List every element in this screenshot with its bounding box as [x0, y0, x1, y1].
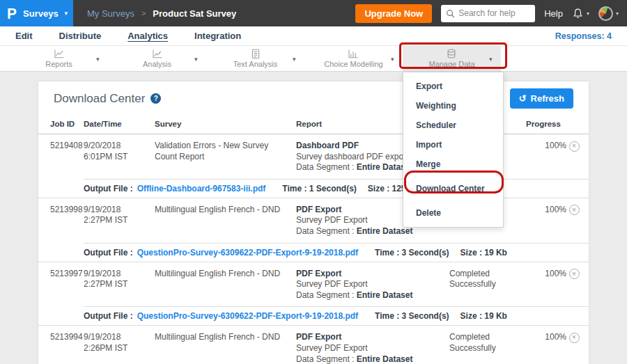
job-id: 5213994 — [50, 332, 84, 364]
job-status: Completed Successfully — [449, 269, 526, 301]
refresh-icon: ↺ — [519, 93, 527, 104]
survey-nav: Edit Distribute Analytics Integration Re… — [0, 26, 627, 45]
table-row: 5213994 9/19/2018 2:26PM IST Multilingua… — [38, 326, 589, 364]
tab-integration[interactable]: Integration — [194, 31, 241, 41]
cancel-job-icon[interactable]: × — [569, 333, 580, 343]
app-window: P Surveys ▾ My Surveys > Product Sat Sur… — [0, 0, 627, 364]
job-time: Time : 3 Second(s) — [375, 311, 449, 321]
text-analysis-button[interactable]: Text Analysis ▾ — [206, 46, 304, 71]
choice-modelling-button[interactable]: Choice Modelling ▾ — [304, 46, 403, 71]
job-date: 9/20/2018 6:01PM IST — [84, 141, 155, 173]
analysis-button[interactable]: Analysis ▾ — [108, 46, 206, 71]
output-file-link[interactable]: QuestionPro-Survey-6309622-PDF-Export-9-… — [137, 248, 358, 258]
bell-icon — [572, 8, 584, 19]
search-icon — [446, 9, 455, 18]
questionpro-logo: P — [7, 6, 17, 21]
surveys-menu-button[interactable]: P Surveys ▾ — [0, 0, 73, 26]
tab-analytics[interactable]: Analytics — [127, 31, 168, 41]
job-id: 5213997 — [50, 269, 84, 301]
table-header: Job ID Date/Time Survey Report Progress — [38, 116, 589, 134]
col-header-job-id: Job ID — [50, 120, 84, 128]
breadcrumb-separator: > — [141, 9, 146, 17]
breadcrumb: My Surveys > Product Sat Survey — [87, 8, 236, 19]
table-row: 5213998 9/19/2018 2:27PM IST Multilingua… — [38, 198, 589, 262]
database-icon — [446, 49, 457, 59]
menu-item-scheduler[interactable]: Scheduler — [403, 116, 503, 135]
breadcrumb-my-surveys[interactable]: My Surveys — [87, 8, 134, 19]
surveys-menu-label: Surveys — [23, 8, 59, 19]
chevron-down-icon[interactable]: ▾ — [194, 56, 198, 63]
output-file-label: Output File : — [84, 248, 133, 258]
chevron-down-icon[interactable]: ▾ — [391, 56, 394, 63]
top-header: P Surveys ▾ My Surveys > Product Sat Sur… — [0, 0, 627, 26]
output-file-row: Output File : QuestionPro-Survey-6309622… — [84, 306, 589, 325]
col-header-survey: Survey — [155, 120, 296, 128]
output-file-link[interactable]: Offline-Dashboard-967583-iii.pdf — [137, 184, 266, 193]
tab-distribute[interactable]: Distribute — [59, 31, 102, 41]
analytics-toolbar: Reports ▾ Analysis ▾ Text Analysis ▾ — [0, 45, 627, 72]
responses-count: Responses: 4 — [555, 31, 612, 41]
cancel-job-icon[interactable]: × — [569, 141, 580, 152]
menu-item-export[interactable]: Export — [403, 77, 503, 96]
search-input[interactable] — [458, 8, 530, 18]
job-date: 9/19/2018 2:27PM IST — [84, 205, 155, 237]
menu-item-download-center[interactable]: Download Center — [403, 179, 503, 198]
bar-chart-icon — [348, 49, 359, 59]
job-progress: 100% — [526, 269, 566, 301]
chevron-down-icon: ▾ — [616, 10, 619, 17]
col-header-progress: Progress — [526, 120, 566, 128]
line-chart-icon — [54, 49, 65, 59]
job-progress: 100% — [526, 141, 566, 173]
table-row: 5213997 9/19/2018 2:27PM IST Multilingua… — [38, 262, 589, 326]
scatter-chart-icon — [152, 49, 163, 59]
job-status: Completed Successfully — [449, 332, 526, 364]
avatar — [598, 6, 613, 21]
chevron-down-icon[interactable]: ▾ — [489, 56, 493, 63]
job-date: 9/19/2018 2:27PM IST — [84, 269, 155, 301]
job-survey: Multilingual English French - DND — [155, 269, 296, 301]
refresh-button[interactable]: ↺ Refresh — [510, 88, 573, 109]
job-report: PDF Export Survey PDF Export Data Segmen… — [296, 332, 449, 364]
chevron-down-icon[interactable]: ▾ — [96, 56, 100, 63]
help-search[interactable] — [441, 5, 535, 22]
job-survey: Validation Errors - New Survey Count Rep… — [155, 141, 296, 173]
job-survey: Multilingual English French - DND — [155, 332, 296, 364]
job-progress: 100% — [526, 332, 566, 364]
tab-edit[interactable]: Edit — [15, 31, 33, 41]
output-file-row: Output File : Offline-Dashboard-967583-i… — [84, 179, 589, 198]
job-date: 9/19/2018 2:26PM IST — [84, 332, 155, 364]
chevron-down-icon: ▾ — [65, 10, 68, 17]
menu-item-delete[interactable]: Delete — [403, 203, 503, 223]
menu-item-merge[interactable]: Merge — [403, 155, 503, 174]
job-size: Size : 19 Kb — [460, 311, 507, 321]
upgrade-now-button[interactable]: Upgrade Now — [355, 4, 432, 23]
page-title: Download Center — [54, 92, 145, 106]
job-time: Time : 1 Second(s) — [282, 184, 356, 193]
notifications-button[interactable]: ▾ — [572, 8, 589, 19]
breadcrumb-current-survey: Product Sat Survey — [153, 8, 236, 19]
job-progress: 100% — [526, 205, 566, 237]
help-link[interactable]: Help — [544, 8, 563, 19]
download-center-panel: Download Center ? ↺ Refresh Job ID Date/… — [38, 81, 589, 364]
content-area: Download Center ? ↺ Refresh Job ID Date/… — [0, 72, 627, 364]
job-size: Size : 19 Kb — [460, 248, 507, 258]
table-row: 5219408 9/20/2018 6:01PM IST Validation … — [38, 134, 589, 198]
job-survey: Multilingual English French - DND — [155, 205, 296, 237]
chevron-down-icon[interactable]: ▾ — [293, 56, 296, 63]
menu-item-import[interactable]: Import — [403, 135, 503, 155]
job-time: Time : 3 Second(s) — [375, 248, 449, 258]
cancel-job-icon[interactable]: × — [569, 269, 580, 279]
output-file-label: Output File : — [84, 184, 133, 193]
job-id: 5213998 — [50, 205, 84, 237]
cancel-job-icon[interactable]: × — [569, 205, 580, 215]
account-menu-button[interactable]: ▾ — [598, 6, 619, 21]
manage-data-dropdown: Export Weighting Scheduler Import Merge … — [403, 72, 504, 228]
output-file-link[interactable]: QuestionPro-Survey-6309622-PDF-Export-9-… — [137, 311, 358, 321]
menu-item-weighting[interactable]: Weighting — [403, 96, 503, 116]
document-icon — [251, 49, 261, 59]
reports-button[interactable]: Reports ▾ — [10, 46, 108, 71]
manage-data-button[interactable]: Manage Data ▾ — [403, 46, 501, 71]
header-actions: Upgrade Now Help ▾ ▾ — [355, 4, 627, 23]
output-file-label: Output File : — [84, 311, 133, 321]
help-icon[interactable]: ? — [150, 93, 161, 104]
